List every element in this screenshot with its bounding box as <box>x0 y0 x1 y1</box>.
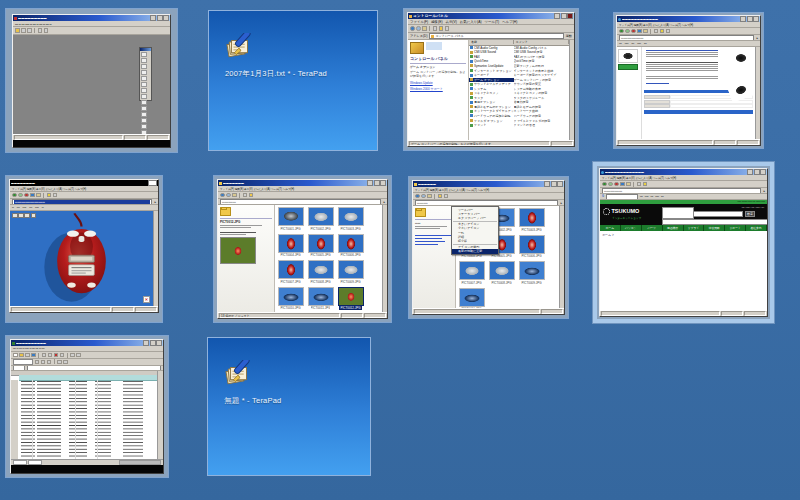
go-button[interactable]: ▸ <box>756 36 758 40</box>
google-search-field[interactable] <box>606 194 638 200</box>
worksheet-grid[interactable] <box>11 371 163 459</box>
palette-tools[interactable] <box>140 51 151 134</box>
back-icon[interactable] <box>619 29 624 34</box>
image-thumbnail[interactable]: PICT0010.JPG <box>277 287 304 311</box>
address-bar[interactable]: アドレス(D) コントロール パネル 移動 <box>408 33 574 40</box>
image-thumbnail[interactable]: PICT0005.JPG <box>307 234 334 258</box>
search-button[interactable]: 検索 <box>745 211 755 217</box>
tool-icon[interactable] <box>15 28 20 33</box>
side-pane-link[interactable]: Windows 2000 サポート <box>410 87 466 91</box>
menu-item[interactable]: お気に入り(A) <box>460 20 482 24</box>
window-thumbnail-explorer-menu-open[interactable]: ▬▬▬▬▬▬ ファイル(F) 編集(E) 表示(V) お気に入り(A) ツール(… <box>408 176 569 319</box>
address-field[interactable]: ▪▪▪▪▪▪▪▪▪▪ <box>415 200 558 206</box>
ie-image-toolbar[interactable] <box>12 213 36 219</box>
stop-icon[interactable] <box>614 182 619 187</box>
tool-icon[interactable] <box>44 28 49 33</box>
stop-icon[interactable] <box>24 193 29 198</box>
search-icon[interactable] <box>654 29 659 34</box>
window-thumbnail-terapad-untitled[interactable]: 無題 * - TeraPad <box>207 337 371 476</box>
scrollbar[interactable] <box>157 371 163 459</box>
stop-icon[interactable] <box>631 29 636 34</box>
image-thumbnail[interactable]: PICT0010.JPG <box>458 288 485 309</box>
image-thumbnail[interactable]: PICT0008.JPG <box>488 261 515 285</box>
favorites-icon[interactable] <box>47 193 52 198</box>
back-icon[interactable] <box>602 182 607 187</box>
folder-links[interactable] <box>415 235 453 245</box>
address-field[interactable]: ▪▪▪▪▪▪▪▪▪▪▪▪▪▪▪▪▪ <box>602 188 761 194</box>
search-icon[interactable] <box>637 182 642 187</box>
refresh-icon[interactable] <box>620 182 625 187</box>
forward-icon[interactable] <box>226 193 231 198</box>
canvas-area[interactable] <box>13 35 170 134</box>
cell-name-box[interactable] <box>13 366 25 371</box>
menu-item[interactable]: 表示(V) <box>446 20 457 24</box>
address-field[interactable]: ▪▪▪▪▪▪▪▪▪▪▪▪▪▪▪▪▪▪▪▪▪ <box>619 35 754 41</box>
window-thumbnail-ie-tsukumo[interactable]: ▬▬▬▬▬▬▬▬▬▬▬▬▬ ファイル(F) 編集(E) 表示(V) お気に入り(… <box>593 162 774 323</box>
menu-item[interactable]: 最新の情報に更新 <box>452 249 498 253</box>
up-icon[interactable] <box>422 26 427 31</box>
favorites-icon[interactable] <box>660 29 665 34</box>
explorer-toolbar[interactable] <box>218 192 387 199</box>
view-dropdown-menu[interactable]: ツールバーステータス バーエクスプローラ バー大きいアイコン小さいアイコン一覧詳… <box>451 206 499 255</box>
product-thumbnail-image[interactable] <box>618 49 638 63</box>
mail-icon[interactable] <box>53 193 58 198</box>
tool-icon[interactable] <box>38 28 43 33</box>
forward-icon[interactable] <box>608 182 613 187</box>
up-icon[interactable] <box>232 193 237 198</box>
image-thumbnail[interactable]: PICT0003.JPG <box>518 208 545 232</box>
go-button[interactable]: 移動 <box>566 34 572 38</box>
back-icon[interactable] <box>220 193 225 198</box>
navigation-toolbar[interactable] <box>408 25 574 33</box>
home-icon[interactable] <box>643 29 648 34</box>
address-field[interactable]: コントロール パネル <box>429 33 563 39</box>
image-thumbnail[interactable]: PICT0006.JPG <box>518 235 545 259</box>
home-icon[interactable] <box>36 193 41 198</box>
image-thumbnail[interactable]: PICT0009.JPG <box>518 261 545 285</box>
back-icon[interactable] <box>415 194 420 199</box>
go-button[interactable]: ▸ <box>383 200 385 204</box>
menu-item[interactable]: ファイル(F) <box>410 20 428 24</box>
image-thumbnail[interactable]: PICT0009.JPG <box>337 260 364 284</box>
standard-toolbar[interactable] <box>11 352 163 359</box>
menu-item[interactable]: ヘルプ(H) <box>502 20 517 24</box>
image-thumbnail[interactable]: PICT0012.JPG <box>337 287 364 311</box>
folders-icon[interactable] <box>438 194 443 199</box>
up-icon[interactable] <box>427 194 432 199</box>
green-action-button[interactable] <box>618 64 638 70</box>
font-name-box[interactable] <box>13 359 33 365</box>
window-thumbnail-ie-photo[interactable]: ▬▬▬▬▬▬▬▬ ファイル(F) 編集(E) 表示(V) お気に入り(A) ツー… <box>5 175 163 323</box>
tool-icon[interactable] <box>21 28 26 33</box>
refresh-icon[interactable] <box>637 29 642 34</box>
print-icon[interactable] <box>666 29 671 34</box>
image-thumbnail[interactable]: PICT0003.JPG <box>337 207 364 231</box>
back-icon[interactable] <box>12 193 17 198</box>
go-button[interactable]: ▸ <box>763 189 765 193</box>
folders-icon[interactable] <box>439 26 444 31</box>
secondary-input[interactable] <box>662 219 767 225</box>
image-thumbnail[interactable]: PICT0006.JPG <box>337 234 364 258</box>
image-thumbnail[interactable]: PICT0007.JPG <box>277 260 304 284</box>
window-thumbnail-ie-product-page[interactable]: ▬▬▬▬▬▬▬▬▬▬▬▬ ファイル(F) 編集(E) 表示(V) お気に入り(A… <box>613 12 764 149</box>
go-button[interactable]: ▸ <box>154 200 156 204</box>
tsukumo-logo[interactable]: TSUKUMO <box>603 208 639 215</box>
control-panel-item[interactable]: フォント フォントの管理 <box>469 123 569 128</box>
address-field[interactable]: ▪▪▪▪▪▪▪▪▪▪▪▪▪ <box>220 199 381 205</box>
search-icon[interactable] <box>433 26 438 31</box>
forward-icon[interactable] <box>18 193 23 198</box>
go-button[interactable]: ▸ <box>560 201 562 205</box>
back-icon[interactable] <box>410 26 415 31</box>
window-thumbnail-spreadsheet[interactable]: ▬▬▬▬▬▬▬▬▬▬ ▪▪▪ ▪▪ ▪▪▪ ▪▪ ▪▪▪▪ ▪▪ ▪▪▪ ▪▪▪… <box>5 335 169 478</box>
forward-icon[interactable] <box>625 29 630 34</box>
scrollbar[interactable] <box>559 206 564 308</box>
favorites-icon[interactable] <box>643 182 648 187</box>
image-thumbnail[interactable]: PICT0007.JPG <box>458 261 485 285</box>
scrollbar[interactable] <box>755 47 760 140</box>
scrollbar[interactable] <box>382 205 387 312</box>
menu-item[interactable]: エクスプローラ バー <box>452 216 498 220</box>
floating-tool-palette[interactable] <box>139 47 152 101</box>
search-icon[interactable] <box>243 193 248 198</box>
forward-icon[interactable] <box>421 194 426 199</box>
formula-field[interactable] <box>27 366 161 371</box>
home-icon[interactable] <box>626 182 631 187</box>
history-icon[interactable] <box>445 26 450 31</box>
